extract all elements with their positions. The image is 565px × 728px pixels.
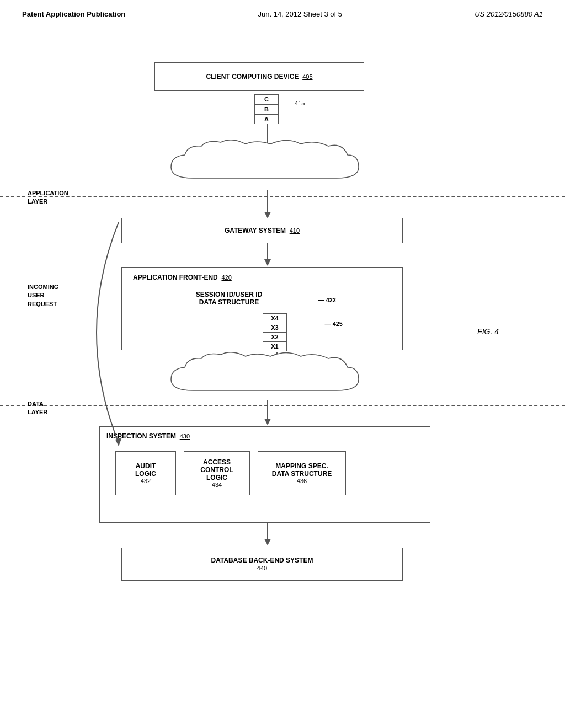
arrow-inspection-to-db bbox=[262, 523, 273, 548]
svg-marker-9 bbox=[264, 419, 271, 425]
svg-marker-11 bbox=[264, 539, 271, 545]
stack-item-a: A bbox=[254, 114, 279, 124]
arrow-gateway-to-frontend bbox=[262, 243, 273, 268]
stack-item-b: B bbox=[254, 104, 279, 114]
arrow-cloud-to-inspection bbox=[262, 400, 273, 427]
app-frontend-box: APPLICATION FRONT-END 420 SESSION ID/USE… bbox=[121, 267, 403, 350]
app-layer-label: APPLICATIONLAYER bbox=[28, 189, 68, 206]
audit-logic-box: AUDITLOGIC432 bbox=[115, 451, 176, 495]
header-publication-label: Patent Application Publication bbox=[22, 10, 125, 18]
database-label: DATABASE BACK-END SYSTEM440 bbox=[211, 556, 313, 572]
page-header: Patent Application Publication Jun. 14, … bbox=[0, 0, 565, 24]
cloud-1 bbox=[160, 140, 370, 189]
stack-x4: X4 bbox=[263, 313, 287, 323]
stack-425-group: X4 X3 X2 X1 bbox=[263, 313, 287, 351]
stack-x2: X2 bbox=[263, 332, 287, 342]
client-box-label: CLIENT COMPUTING DEVICE 405 bbox=[206, 73, 312, 81]
data-layer-label: DATALAYER bbox=[28, 400, 47, 417]
header-patent-number: US 2012/0150880 A1 bbox=[475, 10, 543, 18]
header-date-sheet: Jun. 14, 2012 Sheet 3 of 5 bbox=[258, 10, 342, 18]
figure-label: FIG. 4 bbox=[477, 327, 499, 336]
arrow-cloud-to-gateway bbox=[262, 190, 273, 221]
database-backend-box: DATABASE BACK-END SYSTEM440 bbox=[121, 548, 403, 581]
session-id-box: SESSION ID/USER IDDATA STRUCTURE bbox=[166, 286, 292, 311]
client-computing-device-box: CLIENT COMPUTING DEVICE 405 bbox=[154, 62, 364, 91]
stack-x1: X1 bbox=[263, 341, 287, 351]
incoming-user-request-label: INCOMINGUSERREQUEST bbox=[28, 283, 58, 308]
gateway-system-box: GATEWAY SYSTEM 410 bbox=[121, 218, 403, 243]
ref-415: — 415 bbox=[287, 100, 305, 106]
incoming-request-arrow bbox=[63, 222, 130, 454]
gateway-label: GATEWAY SYSTEM 410 bbox=[225, 227, 300, 234]
inspection-system-box: INSPECTION SYSTEM 430 AUDITLOGIC432 ACCE… bbox=[99, 426, 430, 523]
cloud-2 bbox=[160, 352, 370, 399]
svg-marker-5 bbox=[264, 259, 271, 266]
ref-422: — 422 bbox=[318, 297, 336, 303]
inspection-sub-boxes: AUDITLOGIC432 ACCESSCONTROLLOGIC434 MAPP… bbox=[115, 451, 346, 495]
mapping-spec-box: MAPPING SPEC.DATA STRUCTURE436 bbox=[258, 451, 346, 495]
stack-x3: X3 bbox=[263, 323, 287, 333]
frontend-label: APPLICATION FRONT-END 420 bbox=[133, 274, 232, 281]
app-layer-dashed-line bbox=[0, 196, 565, 197]
svg-marker-12 bbox=[115, 437, 122, 446]
access-control-box: ACCESSCONTROLLOGIC434 bbox=[184, 451, 250, 495]
diagram-area: FIG. 4 CLIENT COMPUTING DEVICE 405 C B A… bbox=[0, 29, 565, 702]
ref-425: — 425 bbox=[325, 320, 343, 327]
stack-item-c: C bbox=[254, 94, 279, 104]
